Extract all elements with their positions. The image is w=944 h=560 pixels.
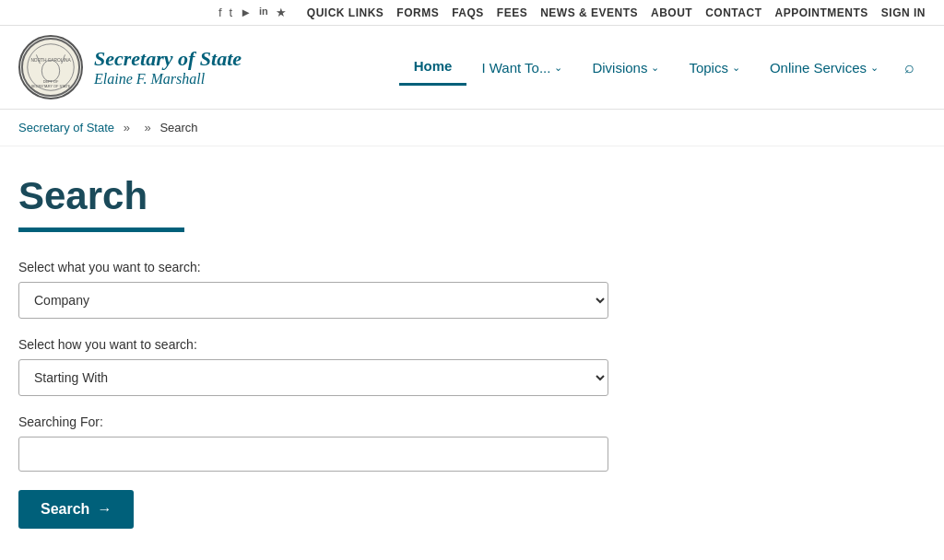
logo-subtitle: Elaine F. Marshall — [94, 71, 242, 88]
search-how-section: Select how you want to search: Starting … — [18, 337, 645, 396]
breadcrumb-sep-2: » — [145, 121, 151, 134]
nav-online-services[interactable]: Online Services ⌄ — [755, 51, 893, 85]
news-events-link[interactable]: NEWS & EVENTS — [540, 6, 638, 19]
search-submit-button[interactable]: Search → — [18, 490, 134, 529]
utility-links-group: QUICK LINKS FORMS FAQS FEES NEWS & EVENT… — [307, 6, 926, 19]
faqs-link[interactable]: FAQS — [452, 6, 484, 19]
header: NORTH CAROLINA DEPT OF SECRETARY OF STAT… — [0, 26, 944, 110]
forms-link[interactable]: FORMS — [396, 6, 439, 19]
searching-for-input[interactable] — [18, 437, 608, 472]
nav-divisions[interactable]: Divisions ⌄ — [577, 51, 674, 85]
breadcrumb-current: Search — [159, 121, 197, 134]
rss-icon[interactable]: ★ — [276, 6, 287, 19]
title-underline — [18, 228, 184, 232]
sign-in-link[interactable]: SIGN IN — [881, 6, 926, 19]
linkedin-icon[interactable]: in — [259, 6, 268, 19]
select-what-label: Select what you want to search: — [18, 260, 645, 274]
breadcrumb-sep-1: » — [124, 121, 130, 134]
nav-home[interactable]: Home — [399, 49, 467, 86]
header-search-button[interactable]: ⌕ — [893, 51, 926, 85]
search-what-section: Select what you want to search: Company … — [18, 260, 645, 319]
about-link[interactable]: ABOUT — [651, 6, 692, 19]
state-seal: NORTH CAROLINA DEPT OF SECRETARY OF STAT… — [18, 35, 83, 99]
chevron-down-icon: ⌄ — [554, 62, 562, 74]
search-button-label: Search — [41, 501, 89, 518]
nav-topics[interactable]: Topics ⌄ — [674, 51, 755, 85]
social-icons-group: f t ► in ★ — [218, 6, 287, 19]
main-content: Search Select what you want to search: C… — [0, 146, 664, 560]
youtube-icon[interactable]: ► — [240, 6, 252, 19]
logo-title: Secretary of State — [94, 47, 242, 71]
quick-links-link[interactable]: QUICK LINKS — [307, 6, 384, 19]
breadcrumb-home-link[interactable]: Secretary of State — [18, 121, 114, 134]
svg-text:SECRETARY OF STATE: SECRETARY OF STATE — [31, 84, 71, 88]
chevron-down-icon: ⌄ — [870, 62, 879, 74]
searching-for-label: Searching For: — [18, 414, 645, 429]
chevron-down-icon: ⌄ — [651, 62, 659, 74]
select-how-label: Select how you want to search: — [18, 337, 645, 352]
facebook-icon[interactable]: f — [218, 6, 222, 19]
arrow-right-icon: → — [97, 501, 112, 518]
searching-for-section: Searching For: — [18, 414, 645, 472]
twitter-icon[interactable]: t — [230, 6, 233, 19]
fees-link[interactable]: FEES — [497, 6, 527, 19]
select-what-dropdown[interactable]: Company Individual Trademark UCC — [18, 282, 608, 319]
utility-bar: f t ► in ★ QUICK LINKS FORMS FAQS FEES N… — [0, 0, 944, 26]
contact-link[interactable]: CONTACT — [705, 6, 761, 19]
page-title: Search — [18, 174, 645, 218]
nav-i-want-to[interactable]: I Want To... ⌄ — [466, 51, 577, 85]
select-how-dropdown[interactable]: Starting With Contains Exact — [18, 359, 608, 396]
appointments-link[interactable]: APPOINTMENTS — [774, 6, 867, 19]
chevron-down-icon: ⌄ — [732, 62, 740, 74]
logo-text: Secretary of State Elaine F. Marshall — [94, 47, 242, 88]
breadcrumb: Secretary of State » » Search — [0, 110, 944, 146]
logo-area: NORTH CAROLINA DEPT OF SECRETARY OF STAT… — [18, 35, 242, 99]
main-nav: Home I Want To... ⌄ Divisions ⌄ Topics ⌄… — [399, 49, 926, 86]
